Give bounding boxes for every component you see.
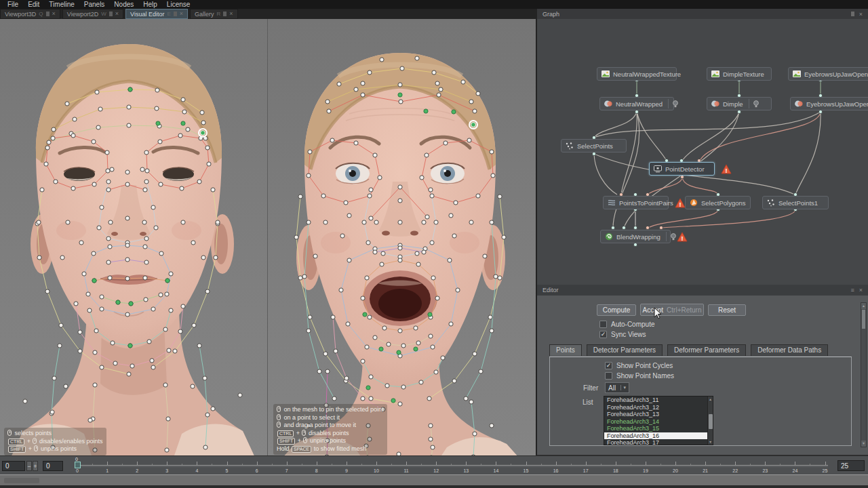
current-frame-field[interactable]: 0 <box>2 461 25 471</box>
tracking-point[interactable] <box>399 100 403 104</box>
tracking-point[interactable] <box>127 123 131 127</box>
tracking-point[interactable] <box>439 87 443 92</box>
tracking-point[interactable] <box>347 258 351 262</box>
close-icon[interactable]: × <box>859 11 863 18</box>
tracking-point[interactable] <box>398 93 402 97</box>
tracking-point[interactable] <box>200 110 204 115</box>
tracking-point[interactable] <box>216 220 220 224</box>
list-scrollbar[interactable]: ▴ ▾ <box>707 396 713 445</box>
tracking-point[interactable] <box>373 153 377 157</box>
scroll-up-icon[interactable]: ▴ <box>861 303 866 309</box>
tracking-point[interactable] <box>361 359 365 363</box>
tracking-point[interactable] <box>429 188 433 192</box>
range-start-field[interactable]: 0 <box>43 461 63 471</box>
tab-viewport2d[interactable]: Viewport2DW× <box>62 9 123 19</box>
tracking-point[interactable] <box>110 167 114 171</box>
tracking-point[interactable] <box>369 188 373 192</box>
tracking-point[interactable] <box>398 329 402 333</box>
tracking-point[interactable] <box>437 93 441 97</box>
list-item[interactable]: ForeheadArch3_13 <box>604 411 713 418</box>
tracking-point[interactable] <box>490 424 494 428</box>
float-panel-icon[interactable] <box>109 12 113 16</box>
node-port[interactable] <box>818 110 822 113</box>
tab-visual-editor[interactable]: Visual EditorE× <box>125 9 188 19</box>
graph-node-selectpolygons[interactable]: SelectPolygons <box>685 196 751 209</box>
tracking-point[interactable] <box>140 167 144 171</box>
tracking-point[interactable] <box>302 274 307 279</box>
menu-item-timeline[interactable]: Timeline <box>44 0 79 9</box>
tracking-point[interactable] <box>100 365 104 369</box>
tracking-point[interactable] <box>106 180 111 184</box>
list-item[interactable]: ForeheadArch3_12 <box>604 404 713 411</box>
menu-item-edit[interactable]: Edit <box>23 0 44 9</box>
tracking-point[interactable] <box>52 127 56 131</box>
node-graph-canvas[interactable]: NeutralWrappedTextureDimpleTextureEyebro… <box>536 19 868 285</box>
filter-dropdown[interactable]: All▾ <box>605 382 629 393</box>
tracking-point[interactable] <box>382 326 387 330</box>
accept-button[interactable]: AcceptCtrl+Return <box>640 304 704 316</box>
tracking-point[interactable] <box>173 349 177 353</box>
tracking-point[interactable] <box>125 182 130 186</box>
tracking-point[interactable] <box>354 87 358 92</box>
tracking-point[interactable] <box>464 396 468 401</box>
tracking-point[interactable] <box>490 150 494 154</box>
tracking-point[interactable] <box>424 109 428 113</box>
tracking-point[interactable] <box>435 81 439 85</box>
tracking-point[interactable] <box>366 386 370 390</box>
close-icon[interactable]: × <box>52 11 56 17</box>
tracking-point[interactable] <box>313 254 317 258</box>
tracking-point[interactable] <box>415 56 419 60</box>
tracking-point[interactable] <box>368 70 372 75</box>
tracking-point[interactable] <box>419 380 423 384</box>
tracking-point[interactable] <box>430 241 434 245</box>
tracking-point[interactable] <box>479 369 483 373</box>
tracking-point[interactable] <box>125 277 130 281</box>
point-list[interactable]: ForeheadArch3_11ForeheadArch3_12Forehead… <box>604 396 713 445</box>
list-item[interactable]: ForeheadArch3_16 <box>604 432 713 440</box>
tracking-point[interactable] <box>317 369 321 373</box>
tracking-point[interactable] <box>181 304 185 308</box>
range-end-field[interactable]: 25 <box>837 460 865 471</box>
tracking-point[interactable] <box>334 349 338 353</box>
bulb-visibility-icon[interactable] <box>668 99 679 108</box>
tracking-point[interactable] <box>78 330 82 334</box>
graph-node-neutralwrappedtexture[interactable]: NeutralWrappedTexture <box>597 67 677 81</box>
tracking-point[interactable] <box>344 376 349 380</box>
tracking-point[interactable] <box>92 140 96 144</box>
tracking-point[interactable] <box>429 334 433 338</box>
tracking-point[interactable] <box>326 100 330 104</box>
tracking-point[interactable] <box>452 110 456 114</box>
node-port[interactable] <box>680 175 684 178</box>
tracking-point[interactable] <box>326 369 330 373</box>
tracking-point[interactable] <box>321 194 326 198</box>
tracking-point[interactable] <box>337 82 341 86</box>
tracking-point[interactable] <box>488 315 492 319</box>
tracking-point[interactable] <box>59 323 63 327</box>
tracking-point[interactable] <box>51 136 55 140</box>
tracking-point[interactable] <box>87 308 92 312</box>
bulb-visibility-icon[interactable] <box>666 232 677 241</box>
tracking-point[interactable] <box>434 220 438 224</box>
tracking-point[interactable] <box>151 307 155 311</box>
tracking-point[interactable] <box>182 110 186 114</box>
tracking-point[interactable] <box>205 146 210 150</box>
option-show-point-names[interactable]: Show Point Names <box>605 372 674 380</box>
tracking-point[interactable] <box>125 243 130 247</box>
tracking-point[interactable] <box>58 344 62 348</box>
menu-item-help[interactable]: Help <box>138 0 162 9</box>
menu-item-panels[interactable]: Panels <box>79 0 110 9</box>
tracking-point[interactable] <box>469 220 473 224</box>
checkbox[interactable] <box>605 372 612 380</box>
list-item[interactable]: ForeheadArch3_17 <box>604 439 713 445</box>
tracking-point[interactable] <box>144 150 149 155</box>
tracking-point[interactable] <box>415 251 419 256</box>
tab-gallery[interactable]: GalleryR× <box>190 9 238 19</box>
tracking-point[interactable] <box>456 288 460 292</box>
tracking-point[interactable] <box>191 241 195 245</box>
float-panel-icon[interactable] <box>174 12 177 16</box>
tracking-point[interactable] <box>37 256 41 260</box>
tracking-point[interactable] <box>86 292 90 296</box>
node-port[interactable] <box>611 226 614 229</box>
tracking-point[interactable] <box>125 170 130 174</box>
tracking-point[interactable] <box>201 131 205 136</box>
